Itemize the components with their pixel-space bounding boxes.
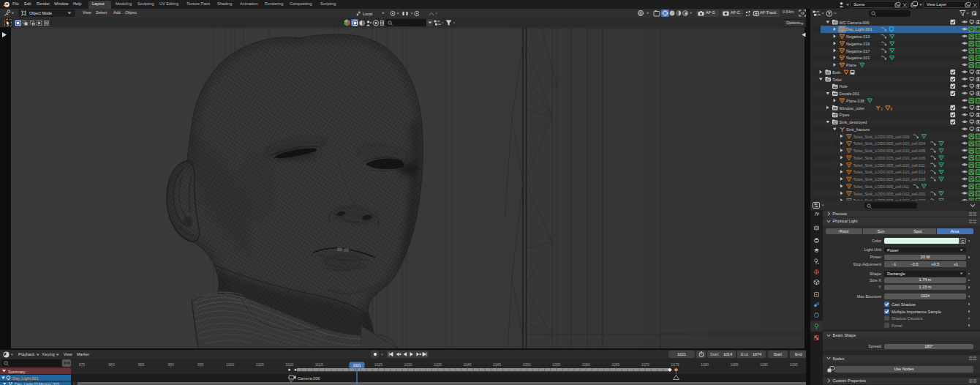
svg-text:Toilet_Sink_LOD0.005_cell.012_: Toilet_Sink_LOD0.005_cell.012_cell.001 xyxy=(853,192,926,196)
svg-text:Plane.038: Plane.038 xyxy=(846,99,864,103)
svg-text:Day_Light.001: Day_Light.001 xyxy=(12,376,38,381)
svg-text:Sink_destroyed: Sink_destroyed xyxy=(840,120,867,124)
svg-text:Toilet_Sink_LOD0.005_cell.010_: Toilet_Sink_LOD0.005_cell.010_cell.013 xyxy=(853,170,926,174)
svg-text:Toilet_Sink_LOD0.005_cell.010_: Toilet_Sink_LOD0.005_cell.010_cell.011 xyxy=(853,163,925,168)
svg-text:Toilet_Sink_LOD0.005_cell.010_: Toilet_Sink_LOD0.005_cell.010_cell.005 xyxy=(853,149,926,153)
svg-text:Local: Local xyxy=(363,12,372,16)
svg-text:Window_toilet: Window_toilet xyxy=(840,106,865,111)
svg-text:Decals.001: Decals.001 xyxy=(840,91,860,96)
svg-text:Toilet_Sink_LOD0.005_cell.011: Toilet_Sink_LOD0.005_cell.011 xyxy=(853,184,909,189)
svg-text:Toilet_Sink_LOD0.005_cell.010_: Toilet_Sink_LOD0.005_cell.010_cell.018 xyxy=(853,177,926,182)
svg-text:Day_Light.001: Day_Light.001 xyxy=(846,27,872,31)
svg-text:Toilet_Sink_LOD0.005_cell.010_: Toilet_Sink_LOD0.005_cell.010_cell.006 xyxy=(853,156,926,160)
svg-text:Negative.013: Negative.013 xyxy=(846,34,870,39)
svg-text:Toilet_Sink_LOD0.005_cell.009: Toilet_Sink_LOD0.005_cell.009 xyxy=(853,135,910,139)
svg-text:Summary: Summary xyxy=(8,370,26,374)
svg-text:Sink_fracture: Sink_fracture xyxy=(846,127,870,132)
svg-text:Day_Light.0166ction.003: Day_Light.0166ction.003 xyxy=(15,382,59,385)
svg-text:Plane: Plane xyxy=(846,63,856,67)
svg-text:Negative.016: Negative.016 xyxy=(846,42,870,46)
svg-text:WC Camera.006: WC Camera.006 xyxy=(840,20,870,25)
svg-text:Camera.006: Camera.006 xyxy=(298,376,320,381)
svg-text:Toilet: Toilet xyxy=(832,78,842,82)
svg-text:Toilet_Sink_LOD0.005_cell.010_: Toilet_Sink_LOD0.005_cell.010_cell.004 xyxy=(853,141,926,146)
svg-text:Hole: Hole xyxy=(840,84,848,89)
svg-text:Pipes: Pipes xyxy=(840,113,850,117)
svg-text:1021: 1021 xyxy=(353,363,361,367)
svg-text:Negative.021: Negative.021 xyxy=(846,56,870,60)
svg-text:Both: Both xyxy=(832,70,840,75)
svg-text:Negative.017: Negative.017 xyxy=(846,49,870,53)
